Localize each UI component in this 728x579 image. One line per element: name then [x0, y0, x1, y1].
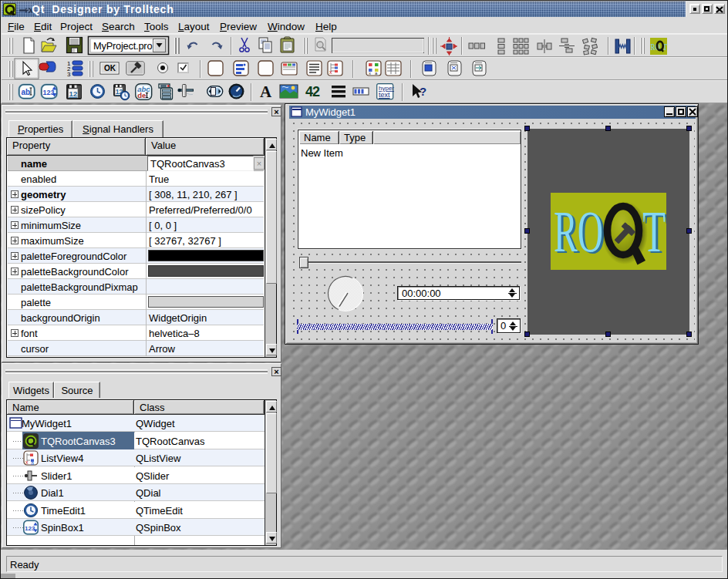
svg-text:de: de: [137, 91, 146, 99]
svg-text:x: x: [369, 71, 371, 76]
svg-text:12: 12: [69, 89, 78, 98]
svg-text:42: 42: [305, 84, 320, 99]
svg-text:123: 123: [25, 525, 35, 532]
svg-text:3: 3: [67, 71, 71, 78]
svg-text:A: A: [260, 82, 272, 101]
svg-text:text: text: [379, 91, 390, 99]
svg-text:MyProject.pro: MyProject.pro: [93, 40, 152, 52]
svg-text:ab: ab: [21, 88, 30, 96]
svg-text:RO: RO: [554, 199, 603, 264]
svg-text:OK: OK: [104, 64, 116, 72]
svg-text:x: x: [329, 69, 332, 75]
svg-text:x: x: [25, 459, 29, 465]
svg-text:?: ?: [420, 85, 426, 98]
svg-text:a: a: [31, 460, 34, 466]
